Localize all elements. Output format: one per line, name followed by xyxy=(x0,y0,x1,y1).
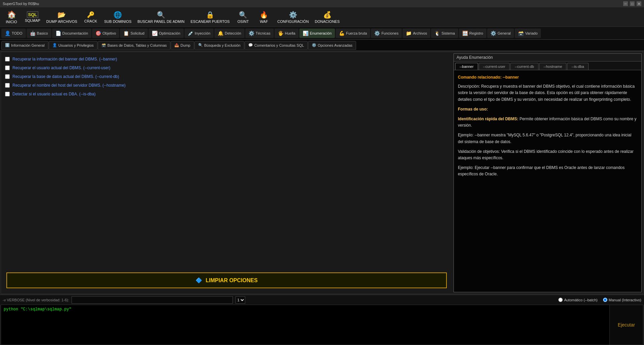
minimize-button[interactable]: ─ xyxy=(623,1,628,6)
app-title: SuperGTool by R0$hu xyxy=(3,2,39,6)
checkbox-current-db-label[interactable]: Recuperar la base de datos actual del DB… xyxy=(12,74,119,79)
tab-comentarios[interactable]: 💬 Comentarios y Consultas SQL xyxy=(245,41,308,50)
nav-documentacion[interactable]: 📄 Documentación xyxy=(52,29,91,38)
clear-options-button[interactable]: 🔷 LIMPIAR OPCIONES xyxy=(6,272,447,288)
todo-icon: 👤 xyxy=(5,31,10,36)
radio-automatico-label[interactable]: Automático (--batch) xyxy=(564,298,598,302)
nav-fuerza-bruta[interactable]: 💪 Fuerza bruta xyxy=(336,29,370,38)
nav-configuracion[interactable]: ⚙️ CONFIGURACIÓN xyxy=(275,9,312,26)
execute-button[interactable]: Ejecutar xyxy=(609,305,643,345)
help-tab-hostname[interactable]: --hostname xyxy=(539,63,567,70)
nav-donaciones[interactable]: 💰 DONACIONES xyxy=(312,9,342,26)
help-usage-title: Formas de uso: xyxy=(458,106,637,113)
nav-waf[interactable]: 🔥 WAF xyxy=(254,9,274,26)
nav-solicitud[interactable]: 📋 Solicitud xyxy=(120,29,148,38)
home-icon: 🏠 xyxy=(7,10,16,19)
tecnicas-icon: ⚙️ xyxy=(249,31,254,36)
nav-archivos[interactable]: 📁 Archivos xyxy=(402,29,430,38)
verbose-bar: -v VERBOSE (Nivel de verbosidad: 1-6): 1… xyxy=(0,295,644,305)
checkbox-hostname-label[interactable]: Recuperar el nombre del host del servido… xyxy=(12,83,126,88)
nav-tecnicas[interactable]: ⚙️ Técnicas xyxy=(245,29,274,38)
output-area: python "C:\sqlmap\sqlmap.py" Ejecutar xyxy=(1,305,643,345)
nav-buscar[interactable]: 🔍 BUSCAR PANEL DE ADMIN xyxy=(135,9,187,26)
funciones-icon: ⚙️ xyxy=(374,31,380,36)
nav-registro[interactable]: 🪟 Registro xyxy=(459,29,486,38)
checkbox-is-dba[interactable] xyxy=(5,92,10,96)
dump-icon: 📂 xyxy=(57,11,66,19)
nav-osint[interactable]: 🔍 OSINT xyxy=(233,9,253,26)
help-tab-is-dba[interactable]: --is-dba xyxy=(567,63,588,70)
help-usage2: Validación de objetivos: Verifica si el … xyxy=(458,148,637,161)
nav-subdominios[interactable]: 🌐 SUB DOMINIOS xyxy=(101,9,134,26)
nav-funciones[interactable]: ⚙️ Funciones xyxy=(371,29,402,38)
checkbox-current-user-label[interactable]: Recuperar el usuario actual del DBMS. (-… xyxy=(12,66,110,70)
checkbox-current-db-item: Recuperar la base de datos actual del DB… xyxy=(4,72,449,81)
registro-icon: 🪟 xyxy=(462,31,468,36)
help-example1: Ejemplo: --banner muestra "MySQL 5.6.47"… xyxy=(458,132,637,145)
title-bar: SuperGTool by R0$hu ─ □ ✕ xyxy=(0,0,644,7)
nav-sistema[interactable]: 🐧 Sistema xyxy=(431,29,458,38)
waf-icon: 🔥 xyxy=(260,11,268,19)
tab-usuarios[interactable]: 👤 Usuarios y Privilegios xyxy=(49,41,97,50)
solicitud-icon: 📋 xyxy=(123,31,129,36)
radio-manual: Manual (Interactivo) xyxy=(603,298,641,302)
optimizacion-icon: 📈 xyxy=(152,31,158,36)
checkbox-hostname[interactable] xyxy=(5,83,10,88)
second-navigation: 👤 TODO 🤖 Basico 📄 Documentación 🎯 Objeti… xyxy=(0,27,644,40)
doc-icon: 📄 xyxy=(55,31,61,36)
verbose-dropdown[interactable]: 1 2 3 4 5 6 xyxy=(235,296,245,304)
nav-osint-label: OSINT xyxy=(238,19,249,24)
nav-general[interactable]: ⚙️ General xyxy=(487,29,514,38)
nav-optimizacion[interactable]: 📈 Optimización xyxy=(148,29,184,38)
nav-deteccion[interactable]: 🔔 Detección xyxy=(214,29,245,38)
tab-opciones-avanzadas[interactable]: ⚙️ Opciones Avanzadas xyxy=(308,41,356,50)
nav-donaciones-label: DONACIONES xyxy=(315,19,340,24)
tab-dump[interactable]: 📤 Dump xyxy=(171,41,194,50)
checkbox-hostname-item: Recuperar el nombre del host del servido… xyxy=(4,81,449,90)
close-button[interactable]: ✕ xyxy=(637,1,641,6)
radio-manual-input[interactable] xyxy=(603,298,607,302)
help-tabs: --banner --current-user --current-db --h… xyxy=(454,61,641,70)
help-tab-current-db[interactable]: --current-db xyxy=(510,63,538,70)
checkbox-banner-label[interactable]: Recuperar la información del banner del … xyxy=(12,57,117,61)
nav-basico[interactable]: 🤖 Basico xyxy=(27,29,51,38)
nav-todo[interactable]: 👤 TODO xyxy=(1,29,26,38)
checkbox-current-user[interactable] xyxy=(5,66,10,70)
nav-configuracion-label: CONFIGURACIÓN xyxy=(277,19,309,24)
radio-manual-label[interactable]: Manual (Interactivo) xyxy=(609,298,641,302)
checkbox-banner[interactable] xyxy=(5,57,10,61)
checkbox-is-dba-label[interactable]: Detectar si el usuario actual es DBA. (-… xyxy=(12,92,95,96)
busqueda-icon: 🔍 xyxy=(198,43,203,47)
objetivo-icon: 🎯 xyxy=(95,31,101,36)
nav-sqlmap-label: SQLMAP xyxy=(25,18,40,23)
help-title: Ayuda Enumeración xyxy=(454,54,641,61)
radio-automatico-input[interactable] xyxy=(558,298,563,302)
checkbox-current-user-item: Recuperar el usuario actual del DBMS. (-… xyxy=(4,63,449,72)
help-tab-banner[interactable]: --banner xyxy=(455,63,478,70)
huella-icon: 🖐️ xyxy=(278,31,284,36)
nav-inyeccion[interactable]: 💉 Inyección xyxy=(184,29,214,38)
nav-dump[interactable]: 📂 DUMP ARCHIVOS xyxy=(44,9,80,26)
third-navigation: ℹ️ Información General 👤 Usuarios y Priv… xyxy=(0,40,644,51)
nav-inicio[interactable]: 🏠 INICIO xyxy=(1,9,22,26)
verbose-input[interactable] xyxy=(72,296,233,304)
tab-bases-datos[interactable]: 🗃️ Bases de Datos, Tablas y Columnas xyxy=(98,41,171,50)
nav-enumeracion[interactable]: 📊 Enumeración xyxy=(299,29,335,38)
nav-sqlmap[interactable]: SQL SQLMAP xyxy=(22,9,43,26)
nav-huella[interactable]: 🖐️ Huella xyxy=(274,29,299,38)
nav-objetivo[interactable]: 🎯 Objetivo xyxy=(92,29,119,38)
nav-dump-label: DUMP ARCHIVOS xyxy=(46,19,77,24)
crack-icon: 🔑 xyxy=(87,11,94,18)
maximize-button[interactable]: □ xyxy=(630,1,635,6)
tab-info-general[interactable]: ℹ️ Información General xyxy=(1,41,48,50)
execute-label: Ejecutar xyxy=(618,322,635,328)
tab-busqueda[interactable]: 🔍 Búsqueda y Exclusión xyxy=(195,41,244,50)
nav-variado[interactable]: 🗃️ Variado xyxy=(515,29,541,38)
checkbox-current-db[interactable] xyxy=(5,74,10,79)
help-tab-current-user[interactable]: --current-user xyxy=(479,63,510,70)
donate-icon: 💰 xyxy=(323,11,332,19)
buscar-icon: 🔍 xyxy=(157,11,165,19)
nav-crack-label: CRACK xyxy=(84,19,97,23)
nav-escanear[interactable]: 🔒 ESCANEAR PUERTOS xyxy=(188,9,232,26)
nav-crack[interactable]: 🔑 CRACK xyxy=(81,9,101,26)
